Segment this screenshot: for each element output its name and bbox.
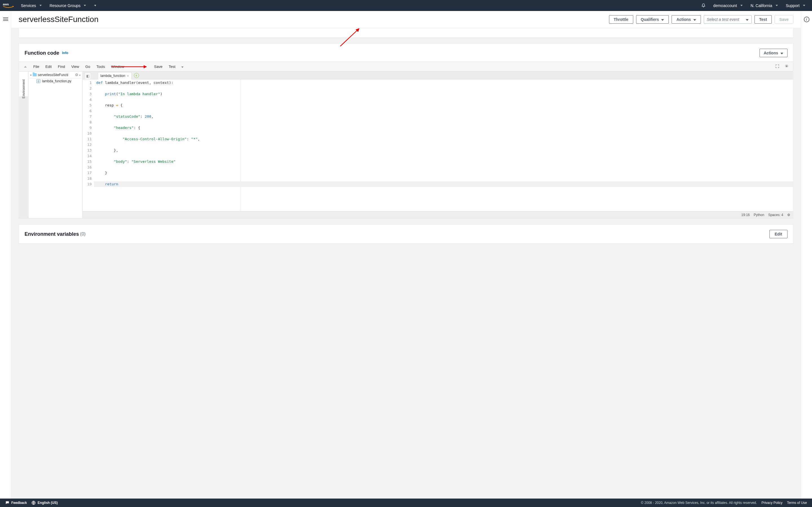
menu-window[interactable]: Window (108, 64, 127, 69)
fullscreen-icon[interactable] (773, 64, 782, 69)
notifications-icon[interactable] (698, 3, 709, 8)
panel-toggle-icon[interactable]: ◧ (84, 72, 91, 79)
function-code-panel: Function code Info Actions File Edit Fin… (18, 43, 794, 218)
resource-groups-menu[interactable]: Resource Groups (46, 0, 90, 11)
support-menu[interactable]: Support (782, 0, 809, 11)
env-vars-edit-button[interactable]: Edit (769, 230, 788, 238)
menu-tools[interactable]: Tools (93, 64, 108, 69)
menu-view[interactable]: View (68, 64, 82, 69)
pin-icon[interactable] (90, 4, 101, 8)
python-file-icon: ⟨⟩ (36, 79, 40, 83)
status-settings-icon[interactable]: ⚙ (787, 213, 790, 217)
menu-file[interactable]: File (30, 64, 42, 69)
tree-settings-icon[interactable]: ⚙ (75, 73, 81, 77)
language-select[interactable]: English (US) (31, 501, 57, 505)
save-button[interactable]: Save (774, 15, 794, 24)
global-nav: aws Services Resource Groups demoaccount… (0, 0, 812, 11)
help-icon[interactable]: i (804, 17, 809, 22)
left-rail (0, 11, 11, 499)
file-tree: serverlessSiteFuncti ⚙ ⟨⟩ lambda_functio… (29, 71, 83, 218)
menu-save[interactable]: Save (151, 64, 166, 69)
feedback-link[interactable]: Feedback (5, 501, 27, 505)
test-button[interactable]: Test (755, 15, 772, 24)
collapse-toggle-icon[interactable] (24, 66, 27, 68)
region-menu[interactable]: N. California (747, 0, 782, 11)
code-editor[interactable]: 12345678910111213141516171819 def lambda… (83, 79, 793, 211)
menu-edit[interactable]: Edit (42, 64, 55, 69)
menu-overflow[interactable] (179, 64, 186, 69)
folder-icon (33, 73, 37, 76)
menu-test[interactable]: Test (165, 64, 179, 69)
ide-settings-icon[interactable] (782, 64, 792, 69)
file-tree-item[interactable]: ⟨⟩ lambda_function.py (29, 78, 82, 84)
console-footer: Feedback English (US) © 2008 - 2020, Ama… (0, 499, 812, 507)
privacy-link[interactable]: Privacy Policy (762, 501, 783, 505)
collapsed-panel (18, 28, 794, 38)
editor-tab[interactable]: lambda_function× (98, 72, 132, 79)
cursor-position: 19:16 (741, 213, 750, 217)
function-code-title: Function code (24, 50, 59, 56)
env-vars-count: (0) (80, 231, 86, 237)
info-link[interactable]: Info (62, 51, 68, 55)
file-label: lambda_function.py (42, 79, 71, 83)
test-event-select[interactable]: Select a test event (704, 15, 752, 24)
svg-text:aws: aws (3, 2, 9, 6)
close-tab-icon[interactable]: × (127, 74, 129, 78)
terms-link[interactable]: Terms of Use (787, 501, 807, 505)
hamburger-icon[interactable] (3, 17, 8, 22)
aws-logo[interactable]: aws (0, 2, 17, 9)
qualifiers-button[interactable]: Qualifiers (636, 15, 669, 24)
language-mode[interactable]: Python (754, 213, 764, 217)
menu-find[interactable]: Find (55, 64, 68, 69)
root-folder-label: serverlessSiteFuncti (38, 73, 68, 77)
ide-menubar: File Edit Find View Go Tools Window Save (19, 62, 793, 71)
env-vars-title: Environment variables (24, 231, 79, 237)
copyright-text: © 2008 - 2020, Amazon Web Services, Inc.… (641, 501, 757, 505)
editor-tabbar: ◧ lambda_function× + (83, 71, 793, 79)
page-title: serverlessSiteFunction (18, 15, 606, 24)
file-tree-root[interactable]: serverlessSiteFuncti ⚙ (29, 71, 82, 78)
cloud9-ide: File Edit Find View Go Tools Window Save (19, 62, 793, 218)
page-header: serverlessSiteFunction Throttle Qualifie… (11, 11, 801, 28)
editor-statusbar: 19:16 Python Spaces: 4 ⚙ (83, 211, 793, 218)
environment-variables-panel: Environment variables (0) Edit (18, 224, 794, 244)
actions-button[interactable]: Actions (672, 15, 701, 24)
code-actions-button[interactable]: Actions (760, 49, 788, 57)
throttle-button[interactable]: Throttle (609, 15, 633, 24)
services-menu[interactable]: Services (17, 0, 46, 11)
menu-go[interactable]: Go (82, 64, 93, 69)
indent-setting[interactable]: Spaces: 4 (768, 213, 783, 217)
svg-marker-5 (144, 65, 147, 68)
environment-tab-label[interactable]: Environment (22, 79, 26, 98)
right-rail: i (801, 11, 812, 499)
account-menu[interactable]: demoaccount (709, 0, 747, 11)
new-tab-icon[interactable]: + (134, 73, 139, 78)
